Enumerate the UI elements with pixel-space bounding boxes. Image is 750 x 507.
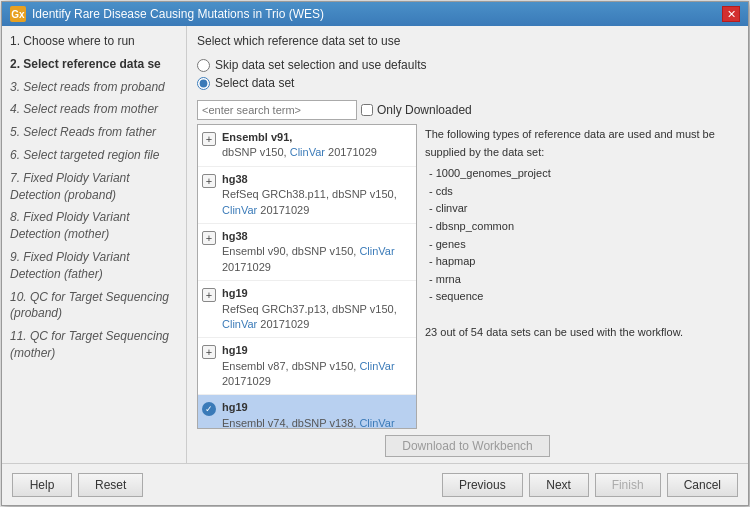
plus-icon-2: + [202,231,218,247]
content-area: + Ensembl v91, dbSNP v150, ClinVar 20171… [187,124,748,429]
dialog-body: 1. Choose where to run 2. Select referen… [2,26,748,463]
finish-button[interactable]: Finish [595,473,661,497]
check-icon-5: ✓ [202,402,218,418]
help-button[interactable]: Help [12,473,72,497]
info-item-7: - sequence [425,288,738,306]
sidebar-item-4[interactable]: 4. Select reads from mother [2,98,186,121]
dataset-list[interactable]: + Ensembl v91, dbSNP v150, ClinVar 20171… [197,124,417,429]
info-description: The following types of reference data ar… [425,126,738,161]
sidebar-item-2[interactable]: 2. Select reference data se [2,53,186,76]
radio-select[interactable] [197,77,210,90]
only-downloaded-row: Only Downloaded [361,103,472,117]
info-item-0: - 1000_genomes_project [425,165,738,183]
dialog-title: Identify Rare Disease Causing Mutations … [32,7,324,21]
list-item-text-1: hg38 RefSeq GRCh38.p11, dbSNP v150, Clin… [222,172,412,218]
plus-icon-4: + [202,345,218,361]
next-button[interactable]: Next [529,473,589,497]
sidebar-item-8[interactable]: 8. Fixed Ploidy Variant Detection (mothe… [2,206,186,246]
info-item-2: - clinvar [425,200,738,218]
cancel-button[interactable]: Cancel [667,473,738,497]
radio-select-label: Select data set [215,76,294,90]
close-button[interactable]: ✕ [722,6,740,22]
info-panel: The following types of reference data ar… [425,124,738,429]
sidebar-item-11[interactable]: 11. QC for Target Sequencing (mother) [2,325,186,365]
radio-skip[interactable] [197,59,210,72]
dialog-footer: Help Reset Previous Next Finish Cancel [2,463,748,505]
list-item-text-0: Ensembl v91, dbSNP v150, ClinVar 2017102… [222,130,377,161]
radio-skip-row: Skip data set selection and use defaults [197,56,738,74]
sidebar-item-6[interactable]: 6. Select targeted region file [2,144,186,167]
list-item-text-3: hg19 RefSeq GRCh37.p13, dbSNP v150, Clin… [222,286,412,332]
title-bar-left: Gx Identify Rare Disease Causing Mutatio… [10,6,324,22]
list-item-text-5: hg19 Ensembl v74, dbSNP v138, ClinVar [222,400,395,429]
search-input[interactable] [197,100,357,120]
plus-icon-3: + [202,288,218,304]
list-item-text-4: hg19 Ensembl v87, dbSNP v150, ClinVar 20… [222,343,412,389]
sidebar: 1. Choose where to run 2. Select referen… [2,26,187,463]
list-item-1[interactable]: + hg38 RefSeq GRCh38.p11, dbSNP v150, Cl… [198,167,416,224]
radio-select-row: Select data set [197,74,738,92]
previous-button[interactable]: Previous [442,473,523,497]
main-content: Select which reference data set to use S… [187,26,748,463]
radio-group: Skip data set selection and use defaults… [187,52,748,96]
info-list: - 1000_genomes_project - cds - clinvar -… [425,165,738,306]
info-item-3: - dbsnp_common [425,218,738,236]
list-item-text-2: hg38 Ensembl v90, dbSNP v150, ClinVar 20… [222,229,412,275]
info-item-4: - genes [425,236,738,254]
only-downloaded-label: Only Downloaded [377,103,472,117]
footer-right: Previous Next Finish Cancel [442,473,738,497]
app-icon: Gx [10,6,26,22]
radio-skip-label: Skip data set selection and use defaults [215,58,426,72]
sidebar-item-7[interactable]: 7. Fixed Ploidy Variant Detection (proba… [2,167,186,207]
info-item-6: - mrna [425,271,738,289]
dialog-window: Gx Identify Rare Disease Causing Mutatio… [1,1,749,506]
list-item-2[interactable]: + hg38 Ensembl v90, dbSNP v150, ClinVar … [198,224,416,281]
info-item-5: - hapmap [425,253,738,271]
sidebar-item-1[interactable]: 1. Choose where to run [2,30,186,53]
only-downloaded-checkbox[interactable] [361,104,373,116]
list-item-5[interactable]: ✓ hg19 Ensembl v74, dbSNP v138, ClinVar [198,395,416,429]
info-summary: 23 out of 54 data sets can be used with … [425,324,738,342]
search-filter-row: Only Downloaded [187,96,748,124]
list-item-0[interactable]: + Ensembl v91, dbSNP v150, ClinVar 20171… [198,125,416,167]
sidebar-item-3[interactable]: 3. Select reads from proband [2,76,186,99]
download-button[interactable]: Download to Workbench [385,435,550,457]
sidebar-item-9[interactable]: 9. Fixed Ploidy Variant Detection (fathe… [2,246,186,286]
title-bar: Gx Identify Rare Disease Causing Mutatio… [2,2,748,26]
sidebar-item-5[interactable]: 5. Select Reads from father [2,121,186,144]
reset-button[interactable]: Reset [78,473,143,497]
section-title: Select which reference data set to use [187,26,748,52]
sidebar-item-10[interactable]: 10. QC for Target Sequencing (proband) [2,286,186,326]
list-item-4[interactable]: + hg19 Ensembl v87, dbSNP v150, ClinVar … [198,338,416,395]
download-bar: Download to Workbench [187,429,748,463]
info-item-1: - cds [425,183,738,201]
plus-icon-0: + [202,132,218,148]
plus-icon-1: + [202,174,218,190]
list-item-3[interactable]: + hg19 RefSeq GRCh37.p13, dbSNP v150, Cl… [198,281,416,338]
footer-left: Help Reset [12,473,143,497]
